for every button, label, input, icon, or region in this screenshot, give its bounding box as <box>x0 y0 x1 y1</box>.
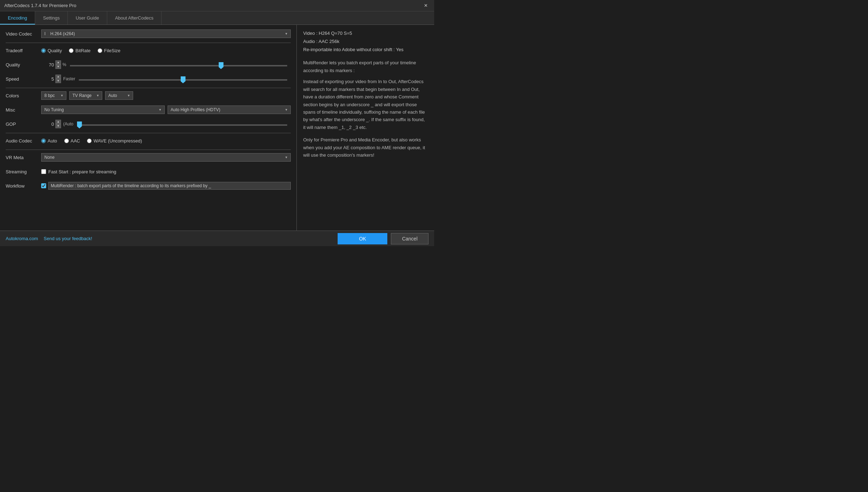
colors-colorspace-wrapper: Auto BT.601 BT.709 BT.2020 <box>105 91 133 100</box>
speed-slider[interactable] <box>79 79 287 81</box>
description-para-1: Instead of exporting your video from In … <box>303 78 428 131</box>
video-codec-content: I H.264 (x264) H.265 (x265) ProRes HAP <box>41 29 291 38</box>
streaming-content: Fast Start : prepare for streaming <box>41 169 291 174</box>
gop-slider[interactable] <box>77 124 287 126</box>
audio-codec-row: Audio Codec Auto AAC WAVE (Uncompressed) <box>6 135 291 146</box>
colors-row: Colors 8 bpc 10 bpc 12 bpc TV Range Full… <box>6 90 291 101</box>
misc-profile-select[interactable]: Auto High Profiles (HDTV) Baseline Main … <box>168 106 291 114</box>
app-title: AfterCodecs 1.7.4 for Premiere Pro <box>4 3 76 8</box>
ok-button[interactable]: OK <box>338 233 387 244</box>
streaming-label: Streaming <box>6 169 41 174</box>
video-codec-select[interactable]: I H.264 (x264) H.265 (x265) ProRes HAP <box>41 29 291 38</box>
audio-auto[interactable]: Auto <box>41 138 57 144</box>
quality-num-wrapper: 70 ▲ ▼ <box>41 60 61 69</box>
misc-tuning-select[interactable]: No Tuning Film Animation Grain Still Ima… <box>41 106 165 114</box>
feedback-link[interactable]: Send us your feedback! <box>44 236 92 241</box>
video-codec-row: Video Codec I H.264 (x264) H.265 (x265) … <box>6 28 291 39</box>
misc-row: Misc No Tuning Film Animation Grain Stil… <box>6 104 291 115</box>
speed-description: Faster <box>63 76 75 81</box>
separator-3 <box>6 133 291 133</box>
gop-spin: ▲ ▼ <box>55 120 61 128</box>
workflow-label: Workflow <box>6 183 41 189</box>
quality-row: Quality 70 ▲ ▼ % <box>6 59 291 70</box>
gop-spin-down[interactable]: ▼ <box>55 124 61 128</box>
speed-spin-up[interactable]: ▲ <box>55 75 61 79</box>
tradeoff-options: Quality BitRate FileSize <box>41 48 291 53</box>
gop-value: 0 <box>41 121 54 127</box>
video-codec-label: Video Codec <box>6 31 41 37</box>
gop-slider-container <box>77 121 287 127</box>
speed-content: 5 ▲ ▼ Faster <box>41 75 291 83</box>
misc-tuning-wrapper: No Tuning Film Animation Grain Still Ima… <box>41 106 165 114</box>
tradeoff-label: Tradeoff <box>6 48 41 53</box>
colors-colorspace-select[interactable]: Auto BT.601 BT.709 BT.2020 <box>105 91 133 100</box>
summary-line-1: Video : H264 Q=70 S=5 <box>303 30 428 37</box>
vr-meta-select[interactable]: None Equirectangular Mono Equirectangula… <box>41 153 291 162</box>
gop-label: GOP <box>6 121 41 127</box>
quality-spin-up[interactable]: ▲ <box>55 60 61 65</box>
summary-line-2: Audio : AAC 256k <box>303 38 428 45</box>
misc-label: Misc <box>6 107 41 113</box>
streaming-checkbox-label[interactable]: Fast Start : prepare for streaming <box>41 169 116 174</box>
speed-spin-down[interactable]: ▼ <box>55 79 61 83</box>
main-area: Video Codec I H.264 (x264) H.265 (x265) … <box>0 25 434 231</box>
workflow-checkbox[interactable] <box>41 183 46 188</box>
gop-content: 0 ▲ ▼ (Auto <box>41 120 291 128</box>
tradeoff-bitrate[interactable]: BitRate <box>69 48 91 53</box>
colors-content: 8 bpc 10 bpc 12 bpc TV Range Full Range … <box>41 91 291 100</box>
tab-about[interactable]: About AfterCodecs <box>107 11 162 25</box>
vr-meta-select-wrapper: None Equirectangular Mono Equirectangula… <box>41 153 291 162</box>
autokroma-link[interactable]: Autokroma.com <box>6 236 38 241</box>
gop-spin-up[interactable]: ▲ <box>55 120 61 124</box>
colors-range-select[interactable]: TV Range Full Range <box>69 91 102 100</box>
quality-value: 70 <box>41 62 54 67</box>
colors-label: Colors <box>6 93 41 98</box>
colors-bpc-wrapper: 8 bpc 10 bpc 12 bpc <box>41 91 66 100</box>
speed-row: Speed 5 ▲ ▼ Faster <box>6 74 291 84</box>
streaming-checkbox-text: Fast Start : prepare for streaming <box>48 169 116 174</box>
audio-aac[interactable]: AAC <box>64 138 80 144</box>
quality-spin-down[interactable]: ▼ <box>55 65 61 69</box>
colors-bpc-select[interactable]: 8 bpc 10 bpc 12 bpc <box>41 91 66 100</box>
tab-settings[interactable]: Settings <box>35 11 68 25</box>
gop-row: GOP 0 ▲ ▼ (Auto <box>6 119 291 129</box>
quality-slider[interactable] <box>70 65 287 66</box>
speed-value: 5 <box>41 76 54 82</box>
tab-user-guide[interactable]: User Guide <box>68 11 107 25</box>
description-block: MultiRender lets you batch export parts … <box>303 59 428 159</box>
close-button[interactable]: ✕ <box>422 2 430 9</box>
vr-meta-content: None Equirectangular Mono Equirectangula… <box>41 153 291 162</box>
audio-codec-label: Audio Codec <box>6 138 41 144</box>
left-panel: Video Codec I H.264 (x264) H.265 (x265) … <box>0 25 297 231</box>
gop-num-wrapper: 0 ▲ ▼ <box>41 120 61 128</box>
speed-spin: ▲ ▼ <box>55 75 61 83</box>
colors-range-wrapper: TV Range Full Range <box>69 91 102 100</box>
streaming-row: Streaming Fast Start : prepare for strea… <box>6 166 291 177</box>
workflow-text-input[interactable] <box>48 182 291 190</box>
bottom-buttons: OK Cancel <box>338 233 428 244</box>
speed-slider-container <box>79 76 287 82</box>
separator-1 <box>6 43 291 43</box>
quality-spin: ▲ ▼ <box>55 60 61 69</box>
misc-profile-wrapper: Auto High Profiles (HDTV) Baseline Main … <box>168 106 291 114</box>
cancel-button[interactable]: Cancel <box>391 233 428 244</box>
audio-wave[interactable]: WAVE (Uncompressed) <box>87 138 142 144</box>
summary-line-3: Re-importable into Adobe without color s… <box>303 46 428 54</box>
workflow-content <box>41 182 291 190</box>
gop-description: (Auto <box>63 121 73 126</box>
tradeoff-filesize[interactable]: FileSize <box>98 48 120 53</box>
vr-meta-row: VR Meta None Equirectangular Mono Equire… <box>6 152 291 163</box>
quality-content: 70 ▲ ▼ % <box>41 60 291 69</box>
tab-encoding[interactable]: Encoding <box>0 11 35 25</box>
streaming-checkbox[interactable] <box>41 169 46 174</box>
audio-codec-options: Auto AAC WAVE (Uncompressed) <box>41 138 291 144</box>
tradeoff-row: Tradeoff Quality BitRate FileSize <box>6 45 291 56</box>
tradeoff-quality[interactable]: Quality <box>41 48 62 53</box>
title-bar: AfterCodecs 1.7.4 for Premiere Pro ✕ <box>0 0 434 11</box>
speed-label: Speed <box>6 76 41 82</box>
bottom-bar: Autokroma.com Send us your feedback! OK … <box>0 231 434 246</box>
quality-unit: % <box>62 62 66 67</box>
bottom-links: Autokroma.com Send us your feedback! <box>6 236 92 241</box>
video-codec-select-wrapper: I H.264 (x264) H.265 (x265) ProRes HAP <box>41 29 291 38</box>
tab-bar: Encoding Settings User Guide About After… <box>0 11 434 25</box>
